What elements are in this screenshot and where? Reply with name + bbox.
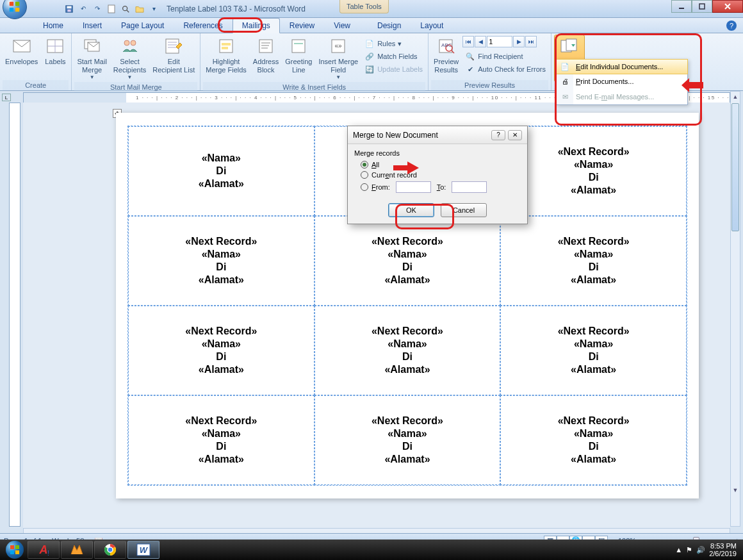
svg-text:W: W — [140, 545, 149, 555]
cell[interactable]: «Next Record»«Nama»Di«Alamat» — [500, 216, 687, 306]
volume-icon[interactable]: 🔊 — [696, 546, 705, 554]
tab-page-layout[interactable]: Page Layout — [111, 18, 174, 33]
office-button[interactable] — [3, 0, 27, 19]
cell[interactable]: «Next Record»«Nama»Di«Alamat» — [314, 395, 501, 485]
help-icon[interactable]: ? — [726, 21, 737, 31]
new-icon[interactable] — [105, 3, 118, 15]
svg-rect-45 — [10, 550, 14, 554]
tab-home[interactable]: Home — [33, 18, 73, 33]
contextual-tab-label: Table Tools — [339, 0, 389, 13]
ok-button[interactable]: OK — [388, 203, 434, 217]
menu-edit-individual[interactable]: 📄EEdit Individual Documents...dit Indivi… — [556, 59, 688, 74]
record-number-input[interactable] — [487, 36, 512, 47]
minimize-button[interactable] — [671, 0, 692, 13]
taskbar-chrome[interactable] — [94, 541, 126, 559]
to-input[interactable] — [452, 181, 487, 193]
print-preview-icon[interactable] — [119, 3, 132, 15]
svg-rect-3 — [15, 7, 19, 11]
svg-rect-26 — [222, 47, 228, 49]
tab-design[interactable]: Design — [368, 18, 411, 33]
prev-record-button[interactable]: ◀ — [475, 36, 486, 47]
update-labels-button[interactable]: 🔄Update Labels — [362, 63, 425, 76]
close-button[interactable] — [712, 0, 743, 13]
select-recipients-button[interactable]: Select Recipients▼ — [111, 35, 149, 82]
ribbon-tabs: Home Insert Page Layout References Maili… — [0, 18, 743, 33]
taskbar-app-1[interactable]: A! — [28, 541, 60, 559]
group-create: Envelopes Labels Create — [0, 33, 72, 90]
radio-current[interactable]: Current record — [354, 170, 521, 180]
preview-icon: ABC — [436, 36, 457, 56]
insert-merge-field-button[interactable]: «»Insert Merge Field▼ — [316, 35, 361, 82]
cell[interactable]: «Next Record»«Nama»Di«Alamat» — [314, 306, 501, 395]
tab-mailings[interactable]: Mailings — [233, 18, 280, 33]
svg-rect-42 — [689, 82, 703, 88]
tray-up-icon[interactable]: ▲ — [675, 546, 682, 554]
find-recipient-button[interactable]: 🔍Find Recipient — [462, 50, 548, 63]
cell[interactable]: «Next Record»«Nama»Di«Alamat» — [128, 395, 314, 485]
cell[interactable]: «Next Record»«Nama»Di«Alamat» — [500, 126, 687, 216]
system-tray: ▲ ⚑ 🔊 8:53 PM2/6/2019 — [675, 542, 740, 557]
menu-send-email[interactable]: ✉Send E-mail Messages... — [557, 89, 687, 104]
redo-icon[interactable]: ↷ — [91, 3, 104, 15]
undo-icon[interactable]: ↶ — [77, 3, 90, 15]
taskbar-word[interactable]: W — [127, 541, 159, 559]
cell[interactable]: «Next Record»«Nama»Di«Alamat» — [314, 216, 501, 306]
ruler-toggle[interactable]: L — [2, 94, 11, 101]
first-record-button[interactable]: ⏮ — [462, 36, 474, 47]
greeting-icon — [288, 36, 309, 56]
flag-icon[interactable]: ⚑ — [686, 546, 692, 554]
start-button[interactable] — [3, 541, 27, 559]
labels-button[interactable]: Labels — [42, 35, 69, 67]
match-fields-button[interactable]: 🔗Match Fields — [362, 50, 425, 63]
email-icon: ✉ — [559, 91, 571, 103]
next-record-button[interactable]: ▶ — [513, 36, 525, 47]
menu-print-documents[interactable]: 🖨Print Documents... — [557, 74, 687, 89]
qat-more-icon[interactable]: ▾ — [147, 3, 160, 15]
tab-layout[interactable]: Layout — [411, 18, 453, 33]
maximize-button[interactable] — [692, 0, 712, 13]
envelopes-button[interactable]: Envelopes — [3, 35, 40, 67]
merge-dialog: Merge to New Document ? ✕ Merge records … — [347, 126, 528, 224]
svg-rect-44 — [15, 545, 19, 549]
vertical-scrollbar[interactable]: ▲▼ — [730, 91, 740, 527]
open-icon[interactable] — [133, 3, 146, 15]
svg-text:«»: «» — [335, 42, 343, 49]
tab-view[interactable]: View — [324, 18, 360, 33]
cell[interactable]: «Nama»Di«Alamat» — [128, 126, 314, 216]
clock[interactable]: 8:53 PM2/6/2019 — [709, 542, 737, 557]
radio-all[interactable]: All — [354, 160, 521, 170]
cell[interactable]: «Next Record»«Nama»Di«Alamat» — [128, 306, 314, 395]
tab-references[interactable]: References — [174, 18, 232, 33]
dialog-titlebar[interactable]: Merge to New Document ? ✕ — [348, 126, 527, 144]
start-mail-merge-button[interactable]: Start Mail Merge▼ — [74, 35, 109, 82]
preview-results-button[interactable]: ABCPreview Results — [431, 35, 461, 76]
rules-button[interactable]: 📄Rules ▾ — [362, 37, 425, 50]
last-record-button[interactable]: ⏭ — [525, 36, 537, 47]
tab-insert[interactable]: Insert — [73, 18, 111, 33]
envelope-icon — [12, 36, 32, 56]
svg-rect-46 — [15, 550, 19, 554]
dialog-help-button[interactable]: ? — [491, 130, 505, 140]
vertical-ruler[interactable] — [9, 103, 20, 527]
greeting-line-button[interactable]: Greeting Line — [282, 35, 314, 76]
edit-recipient-list-button[interactable]: Edit Recipient List — [150, 35, 197, 76]
auto-check-errors-button[interactable]: ✔Auto Check for Errors — [462, 63, 548, 76]
dialog-close-button[interactable]: ✕ — [508, 130, 522, 140]
svg-rect-41 — [393, 165, 407, 170]
address-block-button[interactable]: Address Block — [250, 35, 281, 76]
svg-rect-31 — [292, 40, 305, 53]
tab-review[interactable]: Review — [280, 18, 324, 33]
cell[interactable]: «Next Record»«Nama»Di«Alamat» — [500, 395, 687, 485]
match-icon: 🔗 — [364, 51, 375, 62]
save-icon[interactable] — [63, 3, 76, 15]
title-bar: ↶ ↷ ▾ Tenplate Label 103 T&J - Microsoft… — [0, 0, 743, 18]
cell[interactable]: «Next Record»«Nama»Di«Alamat» — [500, 306, 687, 395]
labels-icon — [45, 36, 65, 56]
radio-from[interactable]: From:To: — [354, 180, 521, 194]
cancel-button[interactable]: Cancel — [441, 203, 487, 217]
from-input[interactable] — [396, 181, 431, 193]
highlight-merge-fields-button[interactable]: Highlight Merge Fields — [203, 35, 249, 76]
taskbar-app-2[interactable] — [61, 541, 93, 559]
cell[interactable]: «Next Record»«Nama»Di«Alamat» — [128, 216, 314, 306]
record-navigation: ⏮ ◀ ▶ ⏭ — [462, 36, 548, 47]
